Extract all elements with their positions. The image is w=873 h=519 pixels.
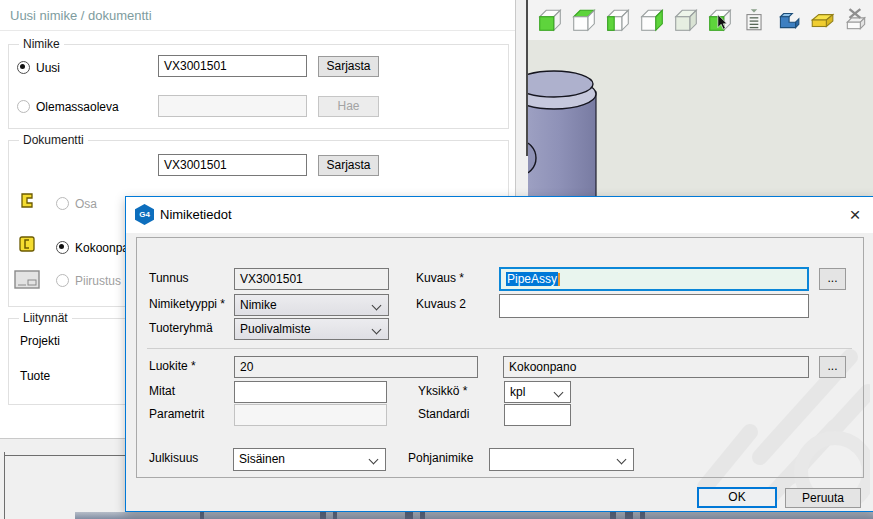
pohjanimike-label: Pohjanimike bbox=[408, 451, 473, 465]
mitat-field[interactable] bbox=[234, 381, 387, 403]
item-details-dialog: G4 Nimiketiedot × Tunnus VX3001501 Kuvau… bbox=[125, 196, 873, 512]
osa-radio bbox=[56, 197, 69, 210]
screen: Uusi nimike / dokumentti Nimike Uusi VX3… bbox=[0, 0, 873, 519]
chevron-down-icon bbox=[617, 455, 627, 465]
assembly-icon bbox=[17, 234, 38, 258]
cube-left-face-icon[interactable] bbox=[605, 7, 631, 33]
cad-toolbar bbox=[528, 0, 873, 40]
parametrit-label: Parametrit bbox=[149, 407, 204, 421]
title-separator bbox=[0, 30, 515, 31]
uusi-radio-label: Uusi bbox=[36, 61, 60, 75]
new-item-dialog-title: Uusi nimike / dokumentti bbox=[10, 8, 152, 23]
kuvaus-browse-button[interactable]: ... bbox=[819, 268, 846, 290]
luokite-browse-button[interactable]: ... bbox=[819, 356, 846, 378]
kuvaus-label: Kuvaus * bbox=[416, 271, 464, 285]
3d-viewport[interactable] bbox=[528, 40, 873, 196]
parametrit-field bbox=[234, 404, 387, 426]
select-face-icon[interactable] bbox=[707, 7, 733, 33]
pohjanimike-select[interactable] bbox=[489, 448, 634, 471]
nimiketyyppi-label: Nimiketyyppi * bbox=[149, 297, 225, 311]
tuote-label: Tuote bbox=[20, 369, 50, 383]
sarjasta-button-dokumentti[interactable]: Sarjasta bbox=[318, 155, 379, 176]
tuoteryhma-select[interactable]: Puolivalmiste bbox=[234, 318, 389, 340]
ok-button[interactable]: OK bbox=[697, 487, 777, 508]
item-details-titlebar[interactable]: G4 Nimiketiedot × bbox=[126, 197, 873, 233]
osa-radio-label: Osa bbox=[75, 197, 97, 211]
nimiketyyppi-select[interactable]: Nimike bbox=[234, 294, 389, 316]
close-icon[interactable]: × bbox=[840, 202, 870, 228]
kuvaus-selected-text: PipeAssy bbox=[506, 272, 558, 286]
drawing-icon bbox=[14, 270, 40, 292]
chevron-down-icon bbox=[372, 325, 382, 335]
sarjasta-button-nimike[interactable]: Sarjasta bbox=[318, 56, 379, 77]
tuoteryhma-label: Tuoteryhmä bbox=[149, 321, 213, 335]
piirustus-radio-label: Piirustus bbox=[75, 274, 121, 288]
uusi-radio[interactable] bbox=[17, 61, 30, 74]
dokumentti-group-label: Dokumentti bbox=[19, 133, 88, 147]
julkisuus-label: Julkisuus bbox=[149, 451, 198, 465]
standardi-field[interactable] bbox=[504, 404, 571, 426]
projekti-label: Projekti bbox=[20, 334, 60, 348]
liitynnat-group-label: Liitynnät bbox=[19, 311, 72, 325]
olemassaoleva-radio[interactable] bbox=[17, 100, 30, 113]
feature-list-icon[interactable] bbox=[741, 7, 767, 33]
cube-solid-icon[interactable] bbox=[673, 7, 699, 33]
mitat-label: Mitat bbox=[149, 384, 175, 398]
g4-app-icon: G4 bbox=[135, 204, 154, 225]
background-model-strip bbox=[75, 512, 873, 519]
cylinder-model bbox=[528, 68, 612, 196]
cube-top-face-icon[interactable] bbox=[571, 7, 597, 33]
cube-right-face-icon[interactable] bbox=[639, 7, 665, 33]
existing-item-id-input bbox=[158, 95, 307, 117]
nimiketyyppi-value: Nimike bbox=[240, 298, 277, 312]
luokite-label: Luokite * bbox=[149, 359, 196, 373]
peruuta-button[interactable]: Peruuta bbox=[785, 488, 861, 508]
tuoteryhma-value: Puolivalmiste bbox=[240, 322, 311, 336]
luokite-code-field: 20 bbox=[234, 356, 478, 378]
chevron-down-icon bbox=[372, 301, 382, 311]
kuvaus2-field[interactable] bbox=[499, 294, 809, 318]
solid-part-icon[interactable] bbox=[775, 7, 801, 33]
document-id-input[interactable]: VX3001501 bbox=[158, 154, 307, 176]
kokoonpano-radio[interactable] bbox=[56, 241, 69, 254]
tunnus-field: VX3001501 bbox=[234, 268, 389, 290]
delete-solid-icon[interactable] bbox=[843, 7, 869, 33]
tunnus-label: Tunnus bbox=[149, 271, 189, 285]
flat-box-icon[interactable] bbox=[809, 7, 835, 33]
olemassaoleva-radio-label: Olemassaoleva bbox=[36, 100, 119, 114]
luokite-name-field: Kokoonpano bbox=[503, 356, 809, 378]
nimike-group-label: Nimike bbox=[19, 37, 64, 51]
frame-line-horizontal bbox=[4, 455, 125, 456]
part-icon bbox=[18, 192, 38, 214]
form-separator bbox=[147, 348, 852, 349]
kuvaus2-label: Kuvaus 2 bbox=[416, 297, 466, 311]
kuvaus-field[interactable]: PipeAssy bbox=[499, 267, 809, 291]
new-item-id-input[interactable]: VX3001501 bbox=[158, 55, 307, 77]
julkisuus-value: Sisäinen bbox=[239, 452, 285, 466]
hae-button: Hae bbox=[318, 96, 379, 117]
cube-front-face-icon[interactable] bbox=[537, 7, 563, 33]
standardi-label: Standardi bbox=[418, 407, 469, 421]
chevron-down-icon bbox=[369, 455, 379, 465]
item-details-title: Nimiketiedot bbox=[160, 207, 232, 222]
yksikko-label: Yksikkö * bbox=[418, 384, 467, 398]
julkisuus-select[interactable]: Sisäinen bbox=[233, 448, 386, 471]
frame-line-vertical bbox=[4, 452, 5, 519]
yksikko-value: kpl bbox=[510, 385, 525, 399]
text-caret bbox=[558, 273, 560, 286]
yksikko-select[interactable]: kpl bbox=[504, 381, 571, 403]
chevron-down-icon bbox=[554, 388, 564, 398]
piirustus-radio bbox=[56, 274, 69, 287]
